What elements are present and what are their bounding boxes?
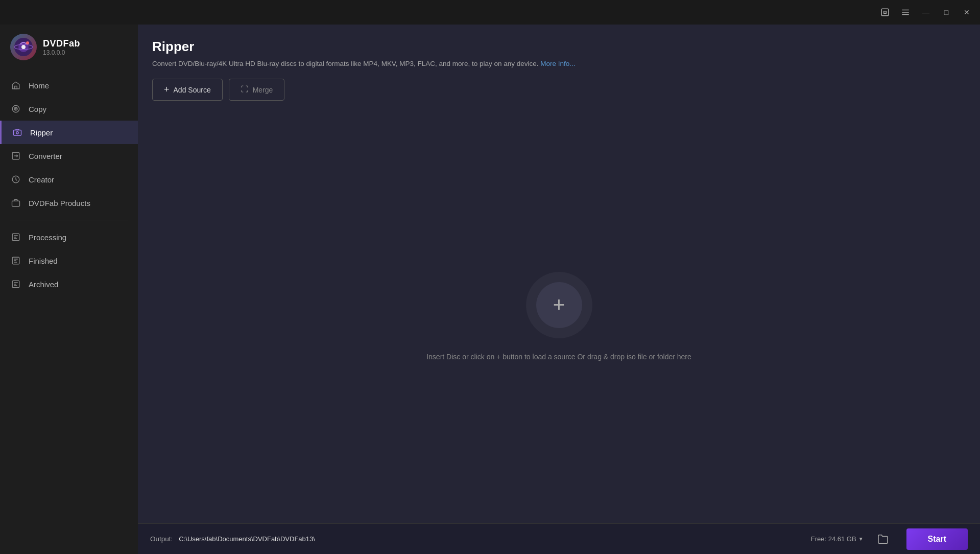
settings-icon[interactable]: [876, 3, 894, 21]
chevron-down-icon[interactable]: ▼: [858, 536, 864, 542]
maximize-button[interactable]: □: [937, 3, 955, 21]
sidebar-item-copy[interactable]: Copy: [0, 97, 138, 121]
nav-divider: [10, 220, 128, 220]
app-name: DVDFab: [43, 38, 80, 49]
start-button[interactable]: Start: [906, 528, 968, 550]
drop-hint: Insert Disc or click on + button to load…: [426, 353, 691, 361]
minimize-button[interactable]: —: [917, 3, 935, 21]
content-area: Ripper Convert DVD/Blu-ray/4K Ultra HD B…: [138, 25, 980, 523]
sidebar-item-processing[interactable]: Processing: [0, 225, 138, 249]
sidebar: DVDFab 13.0.0.0 Home Copy Ripper: [0, 0, 138, 554]
sidebar-item-copy-label: Copy: [29, 105, 46, 113]
sidebar-item-home-label: Home: [29, 81, 49, 90]
app-logo: DVDFab 13.0.0.0: [0, 25, 138, 70]
page-description: Convert DVD/Blu-ray/4K Ultra HD Blu-ray …: [152, 60, 966, 67]
free-space: Free: 24.61 GB ▼: [811, 535, 864, 543]
sidebar-item-finished-label: Finished: [29, 257, 58, 265]
folder-button[interactable]: [874, 530, 892, 548]
drop-plus-icon: +: [553, 294, 565, 315]
bottom-bar: Output: C:\Users\fab\Documents\DVDFab\DV…: [138, 523, 980, 554]
page-title: Ripper: [152, 39, 966, 55]
sidebar-item-creator[interactable]: Creator: [0, 168, 138, 191]
sidebar-nav: Home Copy Ripper Converter: [0, 70, 138, 554]
app-version: 13.0.0.0: [43, 49, 80, 56]
menu-icon[interactable]: [896, 3, 915, 21]
sidebar-item-dvdfab-products-label: DVDFab Products: [29, 199, 90, 207]
titlebar: — □ ✕: [0, 0, 980, 25]
finished-icon: [10, 255, 21, 266]
copy-icon: [10, 103, 21, 114]
sidebar-item-archived-label: Archived: [29, 280, 58, 289]
svg-rect-0: [881, 9, 889, 16]
toolbar: + Add Source Merge: [152, 79, 966, 101]
creator-icon: [10, 174, 21, 185]
sidebar-item-home[interactable]: Home: [0, 74, 138, 97]
products-icon: [10, 197, 21, 209]
merge-icon: [241, 85, 249, 95]
svg-point-6: [21, 45, 26, 49]
sidebar-item-converter-label: Converter: [29, 152, 62, 160]
sidebar-item-ripper[interactable]: Ripper: [0, 121, 138, 144]
more-info-link[interactable]: More Info...: [540, 60, 575, 67]
close-button[interactable]: ✕: [958, 3, 976, 21]
titlebar-controls: — □ ✕: [876, 3, 980, 21]
sidebar-item-dvdfab-products[interactable]: DVDFab Products: [0, 191, 138, 215]
archived-icon: [10, 279, 21, 290]
plus-icon: +: [164, 84, 170, 95]
sidebar-item-ripper-label: Ripper: [30, 128, 53, 137]
processing-icon: [10, 232, 21, 243]
add-source-inner: +: [536, 282, 582, 328]
svg-point-12: [15, 108, 16, 109]
sidebar-item-creator-label: Creator: [29, 175, 54, 184]
converter-icon: [10, 150, 21, 161]
home-icon: [10, 80, 21, 91]
output-label: Output:: [150, 535, 173, 543]
logo-text: DVDFab 13.0.0.0: [43, 38, 80, 56]
sidebar-item-finished[interactable]: Finished: [0, 249, 138, 272]
main-content: Ripper Convert DVD/Blu-ray/4K Ultra HD B…: [138, 25, 980, 554]
output-path: C:\Users\fab\Documents\DVDFab\DVDFab13\: [179, 535, 804, 543]
ripper-icon: [12, 127, 23, 138]
svg-rect-17: [12, 201, 20, 206]
svg-point-14: [16, 132, 19, 134]
svg-rect-13: [14, 130, 21, 136]
add-source-button[interactable]: + Add Source: [152, 79, 223, 101]
svg-point-8: [26, 41, 29, 44]
sidebar-item-converter[interactable]: Converter: [0, 144, 138, 168]
sidebar-item-processing-label: Processing: [29, 233, 66, 242]
drop-zone[interactable]: + Insert Disc or click on + button to lo…: [152, 109, 966, 523]
sidebar-item-archived[interactable]: Archived: [0, 272, 138, 296]
merge-button[interactable]: Merge: [229, 79, 285, 101]
svg-rect-9: [15, 86, 17, 89]
logo-avatar: [10, 34, 37, 60]
add-source-circle[interactable]: +: [526, 272, 592, 338]
